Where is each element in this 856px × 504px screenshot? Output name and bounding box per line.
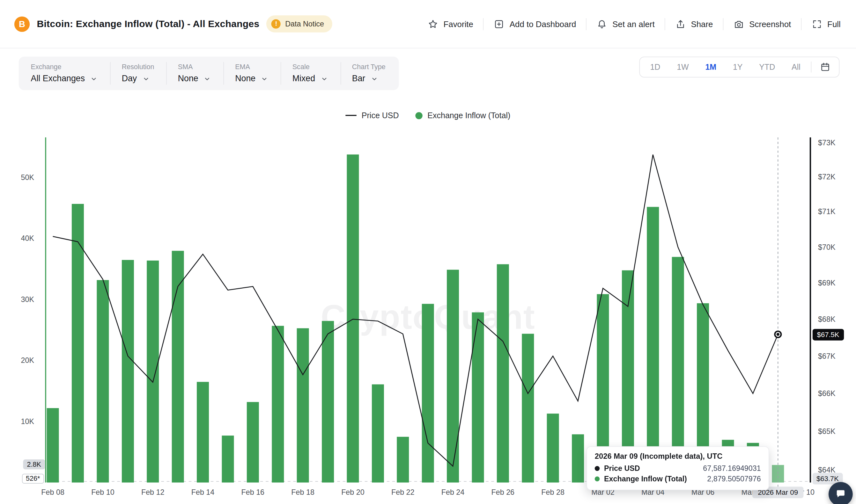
chat-icon [834,487,847,501]
chart-canvas[interactable] [0,0,856,504]
chart-area: CryptoQuant 10K20K30K40K50K $64K$65K$66K… [0,0,856,504]
cryptoquant-page: B Bitcoin: Exchange Inflow (Total) - All… [0,0,856,504]
chat-launcher-button[interactable] [828,482,853,504]
